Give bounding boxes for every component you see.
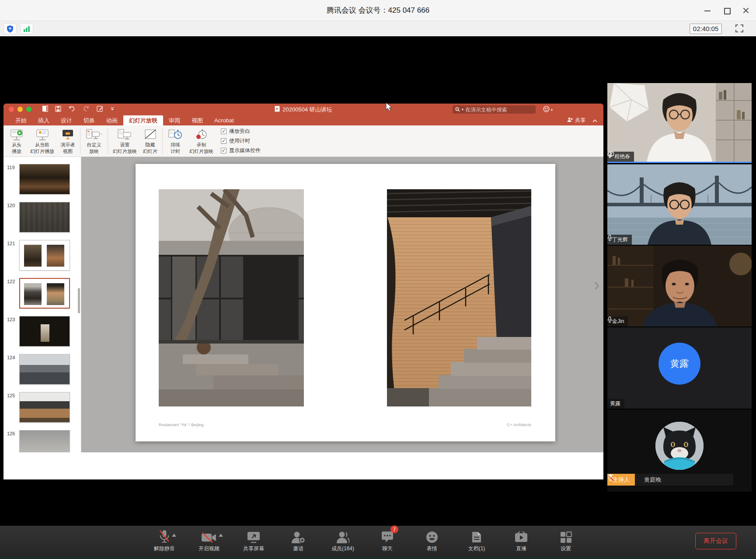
feedback-smiley-icon[interactable] [543,106,550,114]
tab-review[interactable]: 审阅 [163,115,186,125]
ppt-share-button[interactable]: 共享 [567,117,585,124]
slide-caption-left: Restaurant "Ya" / Beijing [159,423,204,427]
play-from-start-icon [9,128,24,141]
collapse-ribbon-icon[interactable] [592,118,597,124]
play-from-start-button[interactable]: 从头 播放 [6,125,27,156]
collapse-panel-chevron-icon[interactable]: › [594,276,599,293]
tab-design[interactable]: 设计 [55,115,78,125]
tab-home[interactable]: 开始 [10,115,32,125]
members-button[interactable]: 成员(164) [327,528,359,552]
mic-options-arrow-icon[interactable] [172,534,176,537]
participant-name-bar: 金Jin [607,316,628,326]
custom-show-button[interactable]: 自定义 放映 [82,125,106,156]
mouse-cursor [386,102,393,114]
share-label: 共享 [575,117,585,124]
tab-acrobat[interactable]: Acrobat [209,115,240,125]
tab-view[interactable]: 视图 [186,115,209,125]
live-icon [514,528,528,543]
setup-slideshow-icon [117,128,133,141]
rehearse-timings-button[interactable]: 排练 计时 [164,125,186,156]
powerpoint-window: P 20200504 研山讲坛 ▾ ▾ 开始 插入 设计 切换 动画 [3,104,603,479]
format-edit-icon[interactable] [97,105,103,112]
ppt-search-box[interactable]: ▾ [453,105,536,114]
rehearse-timings-icon [167,128,183,141]
record-slideshow-button[interactable]: 录制 幻灯片放映 [186,125,216,156]
hide-slide-button[interactable]: 隐藏 幻灯片 [140,125,160,156]
meeting-timer: 02:40:05 [690,24,722,34]
maximize-icon[interactable] [723,7,731,14]
video-tile-1[interactable]: 程艳春 [607,83,752,163]
participant-name: 丁光辉 [612,236,628,243]
presenter-view-button[interactable]: 演示者 视图 [57,125,78,156]
tab-slideshow[interactable]: 幻灯片放映 [123,115,163,125]
hide-slide-icon [143,128,157,141]
participant-name: 金Jin [612,318,624,325]
undo-icon[interactable] [68,106,76,112]
security-shield-icon[interactable] [3,23,17,34]
chat-button[interactable]: 7 聊天 [372,528,403,552]
share-screen-button[interactable]: 共享屏幕 [238,528,269,552]
slide-number: 126 [7,431,15,436]
smiley-chevron-icon[interactable]: ▾ [551,108,553,112]
tab-animations[interactable]: 动画 [101,115,123,125]
check-icon: ✓ [221,148,226,153]
docs-button[interactable]: 文档(1) [461,528,492,552]
leave-meeting-button[interactable]: 离开会议 [695,533,736,549]
start-video-button[interactable]: 开启视频 [193,528,225,552]
chat-icon: 7 [381,528,394,543]
slide-canvas-area: Restaurant "Ya" / Beijing C+ Architects [81,157,603,452]
tab-transitions[interactable]: 切换 [78,115,101,125]
members-icon [336,528,349,543]
camera-options-arrow-icon[interactable] [219,534,223,537]
tencent-meeting-window: 腾讯会议 会议号：425 047 666 02:40:05 [0,0,756,559]
slide-number: 119 [7,165,15,170]
shared-screen-area: P 20200504 研山讲坛 ▾ ▾ 开始 插入 设计 切换 动画 [0,36,756,526]
live-button[interactable]: 直播 [505,528,537,552]
checkbox-use-timings[interactable]: ✓ 使用计时 [221,137,261,145]
video-tile-5[interactable]: 主持人 黄庭晚 [607,410,752,492]
new-slide-icon[interactable] [42,105,48,112]
slide-photo-wood-staircase [387,189,531,406]
checkbox-play-narrations[interactable]: ✓ 播放旁白 [221,128,261,135]
participant-video-panel: 程艳春 [607,83,752,529]
participant-name-bar: 程艳春 [607,152,634,162]
network-signal-icon[interactable] [20,23,33,34]
search-input[interactable] [465,107,533,113]
check-icon: ✓ [221,128,226,134]
mac-zoom-icon[interactable] [26,107,31,112]
close-icon[interactable] [742,7,750,14]
tab-insert[interactable]: 插入 [32,115,55,125]
ppt-ribbon: 从头 播放 从当前 幻灯片播放 演示者 视图 自定义 放映 [3,125,603,157]
save-icon[interactable] [55,106,61,112]
docs-icon [471,528,482,543]
mac-close-icon[interactable] [9,107,14,112]
current-slide[interactable]: Restaurant "Ya" / Beijing C+ Architects [136,164,555,441]
slide-number: 124 [7,355,15,360]
minimize-icon[interactable] [704,7,711,14]
video-tile-2[interactable]: 丁光辉 [607,164,752,245]
redo-icon[interactable] [83,106,90,112]
settings-button[interactable]: 设置 [550,528,582,552]
video-tile-4[interactable]: 黄露 黄露 [607,327,752,409]
thumbnail-scrollbar[interactable] [78,288,80,313]
fullscreen-icon[interactable] [735,24,744,35]
svg-text:P: P [276,107,279,111]
unmute-button[interactable]: 解除静音 [149,528,180,552]
avatar [655,422,704,470]
checkbox-show-media-controls[interactable]: ✓ 显示媒体控件 [221,147,261,154]
window-titlebar: 腾讯会议 会议号：425 047 666 [0,0,756,21]
video-tile-3[interactable]: 金Jin [607,246,752,326]
participant-name: 程艳春 [614,153,630,160]
camera-off-icon [201,528,217,543]
slide-number: 122 [7,279,15,284]
mac-minimize-icon[interactable] [17,107,23,112]
customize-toolbar-chevron-icon[interactable] [110,107,115,111]
setup-slideshow-button[interactable]: 设置 幻灯片放映 [110,125,140,156]
play-from-current-button[interactable]: 从当前 幻灯片播放 [27,125,57,156]
slide-thumbnail-panel: 119 120 121 [3,157,81,452]
emoji-button[interactable]: 表情 [416,528,448,552]
slide-number: 125 [7,393,15,398]
meeting-title: 腾讯会议 会议号：425 047 666 [0,0,756,21]
invite-button[interactable]: 邀请 [282,528,314,552]
desktop-edge-strip [0,557,756,559]
